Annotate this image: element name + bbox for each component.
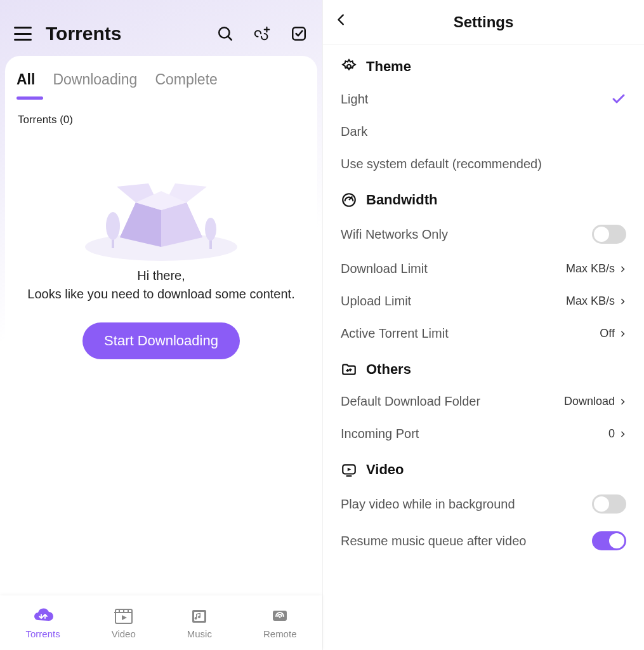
back-icon[interactable] xyxy=(334,13,352,30)
nav-video[interactable]: Video xyxy=(112,607,136,639)
chevron-right-icon xyxy=(619,430,626,438)
filter-tabs: All Downloading Complete xyxy=(16,71,306,100)
settings-body[interactable]: Theme Light Dark Use system default (rec… xyxy=(323,44,644,650)
download-limit-label: Download Limit xyxy=(341,262,428,276)
chevron-right-icon xyxy=(619,265,626,273)
nav-music[interactable]: Music xyxy=(187,607,212,639)
settings-title: Settings xyxy=(454,13,514,31)
default-folder-value: Download xyxy=(564,395,615,408)
chevron-right-icon xyxy=(619,398,626,406)
setting-default-folder[interactable]: Default Download Folder Download xyxy=(341,385,626,418)
bg-play-toggle[interactable] xyxy=(592,494,626,514)
wifi-only-toggle[interactable] xyxy=(592,225,626,244)
nav-remote-label: Remote xyxy=(263,628,297,639)
video-icon xyxy=(113,607,135,626)
theme-icon xyxy=(341,58,357,75)
theme-option-light[interactable]: Light xyxy=(341,83,626,116)
music-icon xyxy=(188,607,210,626)
theme-dark-label: Dark xyxy=(341,124,367,139)
svg-marker-21 xyxy=(122,615,127,620)
theme-system-label: Use system default (recommended) xyxy=(341,157,542,171)
tab-downloading[interactable]: Downloading xyxy=(53,71,137,100)
svg-point-25 xyxy=(279,616,281,618)
empty-line1: Hi there, xyxy=(137,269,185,282)
theme-option-system[interactable]: Use system default (recommended) xyxy=(341,148,626,180)
incoming-port-value: 0 xyxy=(608,427,615,441)
active-limit-label: Active Torrent Limit xyxy=(341,326,449,341)
section-theme: Theme xyxy=(341,58,626,75)
bottom-nav: Torrents Video Music Remote xyxy=(0,595,322,650)
resume-music-label: Resume music queue after video xyxy=(341,534,526,548)
torrents-screen: Torrents All Downloading Complete Torren… xyxy=(0,0,322,650)
search-icon[interactable] xyxy=(216,24,235,43)
empty-line2: Looks like you need to download some con… xyxy=(27,287,294,301)
setting-download-limit[interactable]: Download Limit Max KB/s xyxy=(341,253,626,285)
nav-remote[interactable]: Remote xyxy=(263,607,297,639)
empty-state: Hi there, Looks like you need to downloa… xyxy=(16,152,306,359)
tab-complete[interactable]: Complete xyxy=(155,71,217,100)
theme-option-dark[interactable]: Dark xyxy=(341,116,626,148)
setting-incoming-port[interactable]: Incoming Port 0 xyxy=(341,418,626,450)
svg-line-1 xyxy=(228,36,231,39)
torrents-count: Torrents (0) xyxy=(18,114,306,126)
nav-torrents[interactable]: Torrents xyxy=(26,607,60,639)
nav-video-label: Video xyxy=(112,628,136,639)
settings-screen: Settings Theme Light Dark Use system def… xyxy=(322,0,644,650)
setting-active-torrent-limit[interactable]: Active Torrent Limit Off xyxy=(341,317,626,350)
section-theme-label: Theme xyxy=(366,58,411,75)
svg-point-9 xyxy=(205,218,216,241)
torrents-title: Torrents xyxy=(46,23,121,44)
setting-upload-limit[interactable]: Upload Limit Max KB/s xyxy=(341,285,626,317)
svg-rect-4 xyxy=(292,27,305,40)
setting-wifi-only[interactable]: Wifi Networks Only xyxy=(341,216,626,253)
chevron-right-icon xyxy=(619,330,626,338)
nav-music-label: Music xyxy=(187,628,212,639)
incoming-port-label: Incoming Port xyxy=(341,427,419,441)
settings-header: Settings xyxy=(323,0,644,44)
section-others: Others xyxy=(341,361,626,378)
active-limit-value: Off xyxy=(600,327,615,340)
svg-point-7 xyxy=(106,212,120,240)
section-others-label: Others xyxy=(366,361,411,378)
remote-icon xyxy=(269,607,291,626)
svg-marker-30 xyxy=(348,468,351,471)
theme-light-label: Light xyxy=(341,92,368,107)
setting-resume-music[interactable]: Resume music queue after video xyxy=(341,522,626,559)
menu-icon[interactable] xyxy=(14,27,32,41)
torrents-header: Torrents xyxy=(0,0,322,56)
upload-limit-label: Upload Limit xyxy=(341,294,411,308)
upload-limit-value: Max KB/s xyxy=(566,295,615,308)
check-icon xyxy=(611,91,626,107)
empty-box-icon xyxy=(72,152,250,263)
select-icon[interactable] xyxy=(289,24,308,43)
video-play-icon xyxy=(341,461,357,478)
tab-all[interactable]: All xyxy=(16,71,35,100)
section-bandwidth: Bandwidth xyxy=(341,192,626,208)
section-video: Video xyxy=(341,461,626,478)
start-downloading-button[interactable]: Start Downloading xyxy=(82,322,240,359)
download-limit-value: Max KB/s xyxy=(566,262,615,275)
torrents-card: All Downloading Complete Torrents (0) xyxy=(5,56,317,650)
add-link-icon[interactable] xyxy=(253,24,272,43)
folder-icon xyxy=(341,361,357,378)
gauge-icon xyxy=(341,192,357,208)
wifi-only-label: Wifi Networks Only xyxy=(341,227,448,242)
section-video-label: Video xyxy=(366,461,404,478)
default-folder-label: Default Download Folder xyxy=(341,394,480,409)
section-bandwidth-label: Bandwidth xyxy=(366,192,437,208)
chevron-right-icon xyxy=(619,298,626,305)
resume-music-toggle[interactable] xyxy=(592,531,626,550)
cloud-download-icon xyxy=(32,607,54,626)
svg-point-26 xyxy=(347,65,352,69)
setting-bg-play[interactable]: Play video while in background xyxy=(341,486,626,522)
bg-play-label: Play video while in background xyxy=(341,497,515,512)
nav-torrents-label: Torrents xyxy=(26,628,60,639)
